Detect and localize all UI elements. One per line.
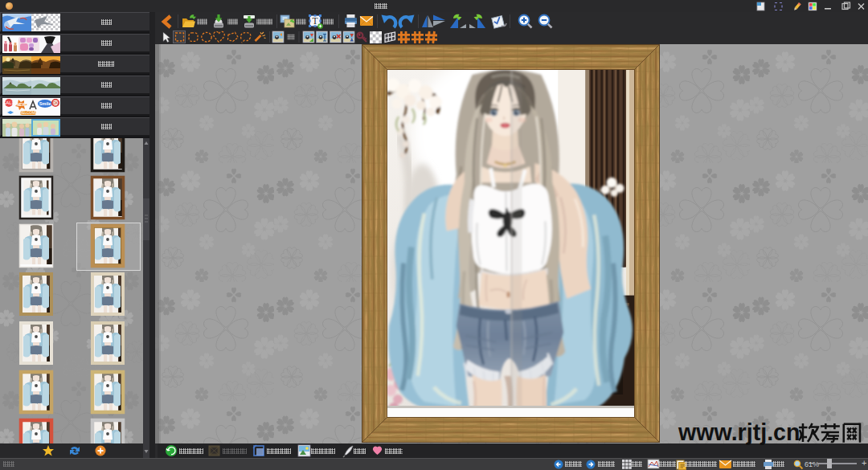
svg-text:OK: OK	[53, 101, 59, 105]
svg-text:Smile: Smile	[39, 101, 51, 106]
svg-text:T: T	[312, 16, 317, 26]
svg-text:WELCOME: WELCOME	[18, 111, 37, 115]
svg-text:www.rjtj.cn: www.rjtj.cn	[678, 419, 800, 445]
svg-text:NEW: NEW	[17, 102, 27, 107]
svg-text:SALE: SALE	[2, 100, 14, 105]
